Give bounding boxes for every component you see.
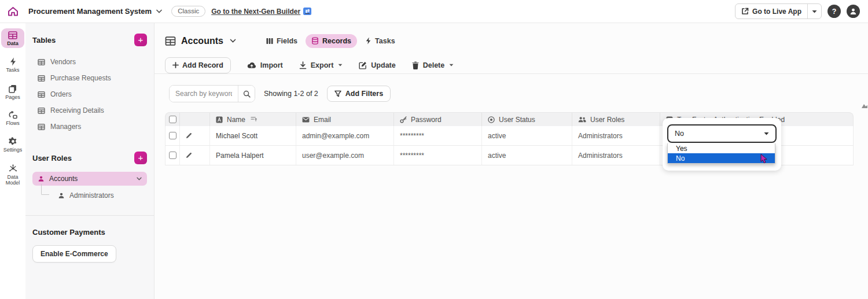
select-all-checkbox[interactable] <box>169 116 176 123</box>
cell-name[interactable]: Michael Scott <box>210 126 296 145</box>
filter-icon <box>334 90 341 97</box>
edit-pencil-icon[interactable] <box>186 132 192 139</box>
top-bar: Procurement Management System Classic Go… <box>0 0 868 23</box>
cell-user-roles[interactable]: Administrators <box>572 146 660 165</box>
table-icon <box>38 108 45 114</box>
export-button[interactable]: Export <box>299 61 343 69</box>
sidebar-item-orders[interactable]: Orders <box>32 86 147 102</box>
option-yes[interactable]: Yes <box>668 143 775 153</box>
sidebar-item-purchase-requests[interactable]: Purchase Requests <box>32 70 147 86</box>
sidebar-item-managers[interactable]: Managers <box>32 119 147 135</box>
hub-icon <box>9 164 17 173</box>
tab-fields[interactable]: Fields <box>260 34 303 48</box>
rail-item-label: Pages <box>5 94 20 100</box>
table-icon <box>165 36 176 46</box>
cell-user-roles[interactable]: Administrators <box>572 126 660 145</box>
lightning-icon <box>365 37 372 45</box>
caret-down-icon <box>764 132 769 135</box>
tab-label: Tasks <box>375 37 395 45</box>
help-button[interactable]: ? <box>827 5 841 18</box>
rail-item-tasks[interactable]: Tasks <box>1 54 24 75</box>
topbar-right: Go to Live App ? <box>735 3 860 19</box>
column-header-password[interactable]: Password <box>394 113 482 126</box>
column-header-user-roles[interactable]: User Roles <box>572 113 660 126</box>
rail-item-flows[interactable]: Flows <box>1 108 24 128</box>
add-table-button[interactable]: + <box>134 34 147 46</box>
user-avatar-button[interactable] <box>847 5 860 18</box>
sidebar-item-label: Orders <box>50 90 72 98</box>
tables-list: Vendors Purchase Requests Orders Receivi… <box>32 54 147 135</box>
tables-section-header: Tables + <box>32 34 147 46</box>
two-factor-options-list: Yes No <box>667 143 775 164</box>
question-mark-icon: ? <box>832 8 837 16</box>
sidebar-item-receiving-details[interactable]: Receiving Details <box>32 102 147 119</box>
scroll-indicator[interactable] <box>862 104 867 108</box>
sidebar-item-label: Administrators <box>69 191 114 200</box>
row-select-cell <box>165 146 180 165</box>
update-button[interactable]: Update <box>359 61 395 69</box>
tab-label: Fields <box>277 37 297 45</box>
rail-item-data-model[interactable]: Data Model <box>1 161 24 188</box>
tab-records[interactable]: Records <box>306 34 357 48</box>
column-header-name[interactable]: Name <box>210 113 296 126</box>
table-switcher-chevron-down-icon[interactable] <box>230 39 236 43</box>
live-app-button-group: Go to Live App <box>735 3 822 19</box>
column-header-email[interactable]: Email <box>296 113 394 126</box>
home-icon[interactable] <box>8 6 19 16</box>
flow-icon <box>9 111 17 119</box>
add-record-button[interactable]: Add Record <box>165 57 231 73</box>
row-checkbox[interactable] <box>169 152 176 159</box>
search-icon <box>243 90 251 98</box>
customer-payments-header: Customer Payments <box>32 228 147 237</box>
cell-user-status[interactable]: active <box>482 146 572 165</box>
row-select-cell <box>165 126 180 145</box>
two-factor-select[interactable]: No <box>667 124 777 143</box>
import-label: Import <box>260 61 283 69</box>
sidebar-item-label: Purchase Requests <box>50 74 111 82</box>
delete-button[interactable]: Delete <box>412 61 454 69</box>
external-link-icon <box>741 8 749 15</box>
live-app-dropdown-button[interactable] <box>807 4 821 19</box>
go-to-live-app-button[interactable]: Go to Live App <box>735 4 807 19</box>
table-icon <box>8 31 17 39</box>
cell-password[interactable]: ********* <box>394 146 482 165</box>
enable-ecommerce-button[interactable]: Enable E-Commerce <box>32 245 116 263</box>
mail-icon <box>302 117 310 123</box>
nextgen-builder-link[interactable]: Go to the Next-Gen Builder ⇄ <box>211 8 311 16</box>
plus-icon <box>172 62 179 68</box>
rail-item-pages[interactable]: Pages <box>1 82 24 102</box>
showing-count: Showing 1-2 of 2 <box>264 90 318 98</box>
row-checkbox[interactable] <box>169 132 176 139</box>
rail-item-settings[interactable]: Settings <box>1 134 24 154</box>
sidebar-item-accounts-role[interactable]: Accounts <box>32 172 147 186</box>
radio-icon <box>488 116 495 123</box>
option-no[interactable]: No <box>668 153 775 163</box>
cell-user-status[interactable]: active <box>482 126 572 145</box>
sidebar-item-vendors[interactable]: Vendors <box>32 54 147 70</box>
app-title-chevron-down-icon[interactable] <box>156 9 162 13</box>
update-label: Update <box>371 61 395 69</box>
edit-pencil-icon[interactable] <box>186 152 192 158</box>
import-button[interactable]: Import <box>247 61 283 69</box>
cell-password[interactable]: ********* <box>394 126 482 145</box>
cell-email[interactable]: admin@example.com <box>296 126 394 145</box>
rail-item-data[interactable]: Data <box>1 28 24 48</box>
app-title: Procurement Management System <box>28 7 152 16</box>
search-row: Showing 1-2 of 2 Add Filters <box>155 74 868 106</box>
cell-name[interactable]: Pamela Halpert <box>210 146 296 165</box>
add-role-button[interactable]: + <box>134 152 147 164</box>
search-button[interactable] <box>238 86 255 102</box>
tab-tasks[interactable]: Tasks <box>359 34 401 48</box>
table-icon <box>38 59 45 65</box>
column-header-user-status[interactable]: User Status <box>482 113 572 126</box>
cell-email[interactable]: user@example.com <box>296 146 394 165</box>
search-input[interactable] <box>170 86 238 102</box>
search-group <box>169 85 255 102</box>
rail-item-label: Tasks <box>6 67 19 73</box>
key-icon <box>400 116 407 123</box>
export-label: Export <box>311 61 334 69</box>
page-title: Accounts <box>181 36 223 46</box>
person-icon <box>58 192 65 199</box>
add-filters-button[interactable]: Add Filters <box>327 86 391 102</box>
sidebar-item-administrators-role[interactable]: Administrators <box>32 188 147 203</box>
